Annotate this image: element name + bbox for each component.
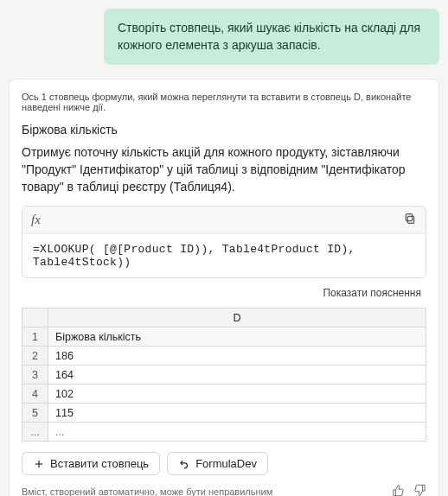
corner-cell [22,308,48,327]
preview-table: D 1 Біржова кількість 2 186 3 164 4 102 … [22,308,426,442]
thumbs-up-icon[interactable] [392,484,405,496]
user-prompt-text: Створіть стовпець, який шукає кількість … [118,21,420,52]
table-row: 3 164 [22,366,426,385]
disclaimer-text: Вміст, створений автоматично, може бути … [22,486,272,496]
response-footer: Вміст, створений автоматично, може бути … [22,482,426,496]
feedback-buttons [392,484,426,496]
formula-box: fx =XLOOKUP( [@[Product ID)), Table4tPro… [22,206,426,278]
row-number: 3 [22,366,48,385]
svg-rect-1 [406,214,412,221]
cell-value: 186 [48,347,426,366]
cell-value: Біржова кількість [48,327,426,347]
table-row: 1 Біржова кількість [22,327,426,347]
insert-column-button[interactable]: Вставити стовпець [22,452,160,475]
column-description: Отримує поточну кількість акцій для кожн… [22,143,426,196]
formula-dev-label: FormulaDev [195,457,257,470]
table-row: 2 186 [22,347,426,366]
fx-label: fx [31,213,41,227]
copy-icon[interactable] [403,212,417,228]
table-row: 5 115 [22,404,426,423]
row-number: 1 [22,327,48,347]
column-title: Біржова кількість [22,123,426,137]
table-row: 4 102 [22,385,426,404]
row-number: 2 [22,347,48,366]
explain-row: Показати пояснення [22,283,426,308]
undo-icon [178,458,190,470]
row-number: ... [22,423,48,442]
show-explanation-link[interactable]: Показати пояснення [323,287,421,299]
cell-value: 115 [48,404,426,423]
action-button-row: Вставити стовпець FormulaDev [22,452,426,475]
plus-icon [33,458,45,470]
formula-text[interactable]: =XLOOKUP( [@[Product ID)), Table4tProduc… [22,234,426,277]
column-letter-header: D [48,308,426,327]
response-intro: Ось 1 стовпець формули, який можна перег… [22,92,426,112]
row-number: 4 [22,385,48,404]
user-prompt-bubble: Створіть стовпець, який шукає кількість … [104,9,439,65]
assistant-response-card: Ось 1 стовпець формули, який можна перег… [9,79,439,496]
svg-rect-0 [407,217,413,224]
cell-value: ... [48,423,426,442]
formula-dev-button[interactable]: FormulaDev [167,452,268,475]
cell-value: 102 [48,385,426,404]
cell-value: 164 [48,366,426,385]
thumbs-down-icon[interactable] [413,484,426,496]
insert-column-label: Вставити стовпець [50,457,149,470]
formula-header: fx [22,207,426,234]
table-row-ellipsis: ... ... [22,423,426,442]
row-number: 5 [22,404,48,423]
